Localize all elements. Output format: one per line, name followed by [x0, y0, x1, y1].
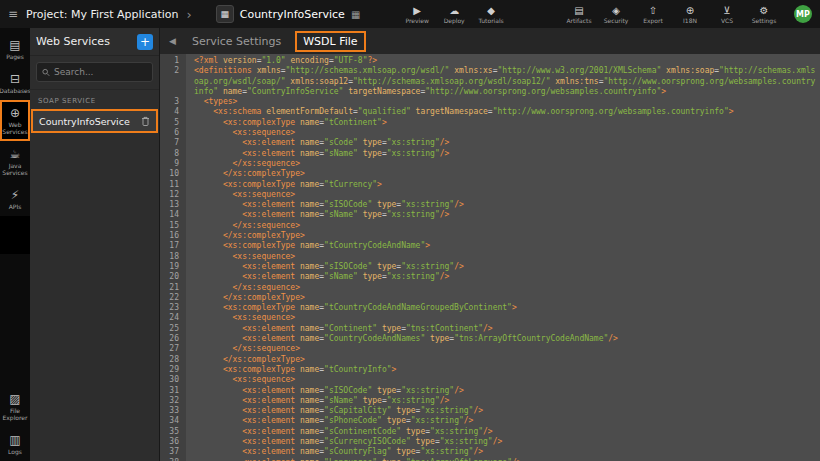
export-icon: ⇧: [649, 5, 657, 16]
sidebar-item-java-services[interactable]: ☕ Java Services: [0, 141, 30, 182]
project-title[interactable]: Project: My First Application: [26, 8, 178, 21]
vcs-button[interactable]: ⊻ VCS: [713, 5, 741, 24]
code-text[interactable]: <xs:element name="sName" type="xs:string…: [186, 210, 820, 220]
line-number: 12: [160, 190, 186, 200]
preview-button[interactable]: ▶ Preview: [403, 5, 431, 24]
line-number: 1: [160, 56, 186, 66]
code-line: 30 <xs:sequence>: [160, 375, 820, 385]
code-text[interactable]: <xs:element name="sName" type="xs:string…: [186, 272, 820, 282]
grid-icon[interactable]: ▦: [216, 5, 234, 23]
tutorials-button[interactable]: ◆ Tutorials: [477, 5, 505, 24]
search-box[interactable]: [36, 62, 153, 82]
code-text[interactable]: <xs:element name="Languages" type="tns:A…: [186, 458, 820, 461]
settings-button[interactable]: ⚙ Settings: [750, 5, 778, 24]
code-text[interactable]: </xs:sequence>: [186, 283, 820, 293]
code-text[interactable]: <xs:element name="sName" type="xs:string…: [186, 149, 820, 159]
line-number: 33: [160, 406, 186, 416]
tab-service-settings[interactable]: Service Settings: [192, 35, 281, 48]
code-text[interactable]: <?xml version="1.0" encoding="UTF-8"?>: [186, 56, 820, 66]
code-text[interactable]: <xs:element name="sPhoneCode" type="xs:s…: [186, 416, 820, 426]
security-button[interactable]: ◈ Security: [602, 5, 630, 24]
code-text[interactable]: </xs:sequence>: [186, 159, 820, 169]
add-service-button[interactable]: +: [137, 34, 153, 50]
code-text[interactable]: <xs:element name="sCode" type="xs:string…: [186, 138, 820, 148]
code-text[interactable]: <xs:element name="CountryCodeAndNames" t…: [186, 334, 820, 344]
tab-wsdl-file[interactable]: WSDL File: [297, 33, 363, 50]
code-text[interactable]: <xs:element name="sCurrencyISOCode" type…: [186, 437, 820, 447]
code-text[interactable]: <xs:element name="sISOCode" type="xs:str…: [186, 262, 820, 272]
code-text[interactable]: <xs:sequence>: [186, 190, 820, 200]
deploy-button[interactable]: ☁ Deploy: [440, 5, 468, 24]
export-button[interactable]: ⇧ Export: [639, 5, 667, 24]
i18n-button[interactable]: ⊕ I18N: [676, 5, 704, 24]
code-text[interactable]: <xs:complexType name="tCurrency">: [186, 180, 820, 190]
code-text[interactable]: </xs:complexType>: [186, 169, 820, 179]
code-text[interactable]: <xs:element name="sISOCode" type="xs:str…: [186, 386, 820, 396]
service-item-countryinfoservice[interactable]: CountryInfoService: [33, 111, 156, 131]
code-line: 27 </xs:sequence>: [160, 344, 820, 354]
line-number: 13: [160, 200, 186, 210]
line-number: 36: [160, 437, 186, 447]
code-text[interactable]: <xs:element name="sContinentCode" type="…: [186, 427, 820, 437]
code-text[interactable]: <xs:sequence>: [186, 252, 820, 262]
sidebar-item-databases[interactable]: ⊟ Databases: [0, 66, 30, 100]
code-line: 2<definitions xmlns="http://schemas.xmls…: [160, 66, 820, 97]
sidebar-item-file-explorer[interactable]: ▨ File Explorer: [0, 386, 30, 427]
code-line: 34 <xs:element name="sPhoneCode" type="x…: [160, 416, 820, 426]
line-number: 22: [160, 293, 186, 303]
code-line: 29 <xs:complexType name="tCountryInfo">: [160, 365, 820, 375]
sidebar-item-web-services[interactable]: ⊕ Web Services: [0, 100, 30, 141]
code-text[interactable]: </xs:complexType>: [186, 231, 820, 241]
wsdl-editor[interactable]: 1<?xml version="1.0" encoding="UTF-8"?>2…: [160, 54, 820, 461]
code-text[interactable]: <xs:sequence>: [186, 375, 820, 385]
code-text[interactable]: <xs:element name="sCountryFlag" type="xs…: [186, 447, 820, 457]
code-text[interactable]: <xs:complexType name="tCountryInfo">: [186, 365, 820, 375]
code-line: 8 <xs:element name="sName" type="xs:stri…: [160, 149, 820, 159]
line-number: 28: [160, 355, 186, 365]
code-text[interactable]: <xs:sequence>: [186, 128, 820, 138]
code-line: 20 <xs:element name="sName" type="xs:str…: [160, 272, 820, 282]
code-text[interactable]: </xs:sequence>: [186, 344, 820, 354]
sidebar-item-apis[interactable]: ⚡ APIs: [0, 182, 30, 216]
sidebar-item-logs[interactable]: ▥ Logs: [0, 427, 30, 461]
code-text[interactable]: <xs:sequence>: [186, 313, 820, 323]
search-input[interactable]: [54, 67, 147, 77]
line-number: 21: [160, 283, 186, 293]
code-line: 17 <xs:complexType name="tCountryCodeAnd…: [160, 241, 820, 251]
code-line: 23 <xs:complexType name="tCountryCodeAnd…: [160, 303, 820, 313]
grid-icon[interactable]: ▦: [351, 9, 360, 20]
code-text[interactable]: <definitions xmlns="http://schemas.xmlso…: [186, 66, 820, 97]
collapse-panel-icon[interactable]: ◀: [169, 36, 176, 46]
code-line: 3 <types>: [160, 97, 820, 107]
code-text[interactable]: <xs:complexType name="tContinent">: [186, 118, 820, 128]
sidebar-item-pages[interactable]: ▤ Pages: [0, 32, 30, 66]
code-line: 5 <xs:complexType name="tContinent">: [160, 118, 820, 128]
code-text[interactable]: <xs:element name="sName" type="xs:string…: [186, 396, 820, 406]
artifacts-button[interactable]: ▤ Artifacts: [565, 5, 593, 24]
code-text[interactable]: <xs:element name="sCapitalCity" type="xs…: [186, 406, 820, 416]
avatar[interactable]: MP: [794, 5, 812, 23]
code-line: 1<?xml version="1.0" encoding="UTF-8"?>: [160, 56, 820, 66]
code-line: 10 </xs:complexType>: [160, 169, 820, 179]
code-text[interactable]: <xs:complexType name="tCountryCodeAndNam…: [186, 303, 820, 313]
line-number: 30: [160, 375, 186, 385]
code-text[interactable]: </xs:complexType>: [186, 355, 820, 365]
code-text[interactable]: </xs:sequence>: [186, 221, 820, 231]
line-number: 20: [160, 272, 186, 282]
code-text[interactable]: <xs:complexType name="tCountryCodeAndNam…: [186, 241, 820, 251]
code-text[interactable]: </xs:complexType>: [186, 293, 820, 303]
menu-icon[interactable]: ≡: [8, 7, 18, 21]
doc-tab-countryinfoservice[interactable]: ▦ CountryInfoService ▦: [216, 5, 361, 23]
code-text[interactable]: <xs:element name="Continent" type="tns:t…: [186, 324, 820, 334]
tabbar: ◀ Service Settings WSDL File: [160, 28, 820, 54]
code-line: 37 <xs:element name="sCountryFlag" type=…: [160, 447, 820, 457]
code-text[interactable]: <types>: [186, 97, 820, 107]
body-row: ▤ Pages ⊟ Databases ⊕ Web Services ☕ Jav…: [0, 28, 820, 461]
web-services-globe-icon: ⊕: [10, 107, 20, 119]
line-number: 25: [160, 324, 186, 334]
code-text[interactable]: <xs:element name="sISOCode" type="xs:str…: [186, 200, 820, 210]
delete-icon[interactable]: [141, 116, 150, 126]
code-text[interactable]: <xs:schema elementFormDefault="qualified…: [186, 107, 820, 117]
chevron-right-icon[interactable]: ›: [187, 7, 192, 22]
code-line: 26 <xs:element name="CountryCodeAndNames…: [160, 334, 820, 344]
